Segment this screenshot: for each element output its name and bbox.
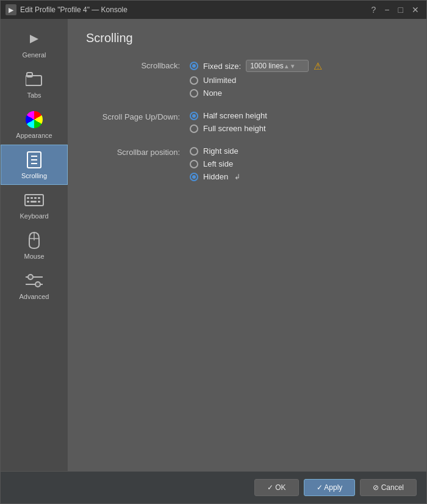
scrollback-fixed-radio[interactable] [190, 62, 198, 70]
scrollbar-hidden-radio[interactable] [190, 173, 198, 181]
bottom-bar: ✓ OK ✓ Apply ⊘ Cancel [1, 471, 426, 503]
main-window: ▶ Edit Profile "Profile 4" — Konsole ? −… [0, 0, 427, 504]
scroll-page-label: Scroll Page Up/Down: [86, 111, 190, 121]
scrollback-fixed-option[interactable]: Fixed size: 1000 lines ▲▼ ⚠ [190, 60, 322, 72]
svg-marker-0 [30, 35, 38, 43]
keyboard-icon [24, 190, 44, 210]
scroll-page-options: Half screen height Full screen height [190, 111, 267, 133]
sidebar-label-advanced: Advanced [20, 293, 49, 300]
sidebar-item-mouse[interactable]: Mouse [1, 225, 68, 265]
svg-rect-13 [30, 201, 37, 203]
sidebar-label-mouse: Mouse [24, 253, 44, 260]
advanced-icon [24, 271, 44, 290]
scroll-full-radio[interactable] [190, 124, 198, 133]
svg-rect-10 [34, 197, 37, 199]
scroll-full-label: Full screen height [203, 124, 266, 133]
sidebar-label-tabs: Tabs [27, 92, 41, 99]
scrollback-unlimited-radio[interactable] [190, 76, 198, 85]
scrollback-none-radio[interactable] [190, 89, 198, 98]
window-title: Edit Profile "Profile 4" — Konsole [20, 5, 127, 14]
dropdown-arrow-icon: ▲▼ [284, 63, 296, 70]
svg-rect-9 [30, 197, 33, 199]
scrollback-label: Scrollback: [86, 60, 190, 70]
scroll-half-option[interactable]: Half screen height [190, 111, 267, 120]
tabs-icon [24, 70, 44, 89]
scrollbar-row: Scrollbar position: Right side Left side [86, 146, 408, 181]
sidebar-label-general: General [22, 51, 46, 59]
scroll-half-label: Half screen height [203, 111, 267, 120]
scrollback-row: Scrollback: Fixed size: 1000 lines ▲▼ ⚠ [86, 60, 408, 98]
sidebar-label-scrolling: Scrolling [21, 172, 47, 179]
scrollbar-left-label: Left side [203, 159, 233, 168]
sidebar-item-appearance[interactable]: Appearance [1, 104, 68, 145]
sidebar-item-keyboard[interactable]: Keyboard [1, 185, 68, 225]
titlebar-left: ▶ Edit Profile "Profile 4" — Konsole [5, 4, 127, 15]
svg-point-18 [28, 275, 33, 279]
minimize-button[interactable]: − [382, 4, 392, 15]
help-button[interactable]: ? [369, 4, 379, 15]
scrollbar-left-option[interactable]: Left side [190, 159, 240, 168]
titlebar-controls: ? − □ ✕ [369, 4, 422, 15]
scroll-page-section: Scroll Page Up/Down: Half screen height … [86, 111, 408, 133]
scrollbar-label: Scrollbar position: [86, 146, 190, 157]
sidebar-item-advanced[interactable]: Advanced [1, 265, 68, 306]
scrollback-options: Fixed size: 1000 lines ▲▼ ⚠ Unlimited [190, 60, 322, 98]
scrollback-none-label: None [203, 88, 222, 98]
ok-button[interactable]: ✓ OK [254, 479, 299, 496]
scrollbar-left-radio[interactable] [190, 160, 198, 168]
svg-rect-8 [27, 197, 29, 199]
scrollbar-right-radio[interactable] [190, 147, 198, 156]
scrollbar-hidden-option[interactable]: Hidden ↲ [190, 172, 240, 181]
maximize-button[interactable]: □ [396, 4, 406, 15]
cursor-indicator: ↲ [234, 173, 240, 181]
scrolling-icon [24, 150, 44, 170]
scrollback-lines-dropdown[interactable]: 1000 lines ▲▼ [246, 60, 309, 72]
sidebar-item-tabs[interactable]: Tabs [1, 64, 68, 104]
page-title: Scrolling [86, 31, 408, 45]
scrollback-unlimited-option[interactable]: Unlimited [190, 76, 322, 85]
mouse-icon [24, 231, 44, 250]
general-icon [24, 29, 44, 49]
sidebar-item-general[interactable]: General [1, 24, 68, 64]
scroll-full-option[interactable]: Full screen height [190, 124, 267, 133]
svg-point-20 [35, 282, 40, 287]
scrollbar-right-label: Right side [203, 146, 239, 156]
window-body: General Tabs Appearance [1, 19, 426, 471]
svg-rect-11 [38, 197, 40, 199]
app-icon: ▶ [5, 4, 16, 15]
svg-rect-12 [27, 201, 29, 203]
scrollbar-hidden-label: Hidden [203, 172, 228, 181]
sidebar-label-appearance: Appearance [16, 132, 52, 139]
scrollbar-right-option[interactable]: Right side [190, 146, 240, 156]
titlebar: ▶ Edit Profile "Profile 4" — Konsole ? −… [1, 1, 426, 19]
appearance-icon [24, 110, 44, 129]
apply-button[interactable]: ✓ Apply [304, 479, 356, 496]
warning-icon: ⚠ [314, 60, 322, 72]
scrollbar-options: Right side Left side Hidden ↲ [190, 146, 240, 181]
svg-rect-7 [25, 195, 43, 206]
scrollbar-section: Scrollbar position: Right side Left side [86, 146, 408, 181]
sidebar: General Tabs Appearance [1, 19, 68, 471]
sidebar-label-keyboard: Keyboard [20, 212, 48, 220]
cancel-button[interactable]: ⊘ Cancel [360, 479, 417, 496]
close-button[interactable]: ✕ [409, 4, 422, 15]
scrollback-section: Scrollback: Fixed size: 1000 lines ▲▼ ⚠ [86, 60, 408, 98]
scrollback-unlimited-label: Unlimited [203, 76, 236, 85]
sidebar-item-scrolling[interactable]: Scrolling [1, 145, 68, 185]
scrollback-none-option[interactable]: None [190, 88, 322, 98]
scroll-page-row: Scroll Page Up/Down: Half screen height … [86, 111, 408, 133]
scroll-half-radio[interactable] [190, 112, 198, 120]
main-content: Scrolling Scrollback: Fixed size: 1000 l… [68, 19, 426, 471]
svg-rect-14 [38, 201, 40, 203]
scrollback-fixed-label: Fixed size: [203, 62, 241, 71]
